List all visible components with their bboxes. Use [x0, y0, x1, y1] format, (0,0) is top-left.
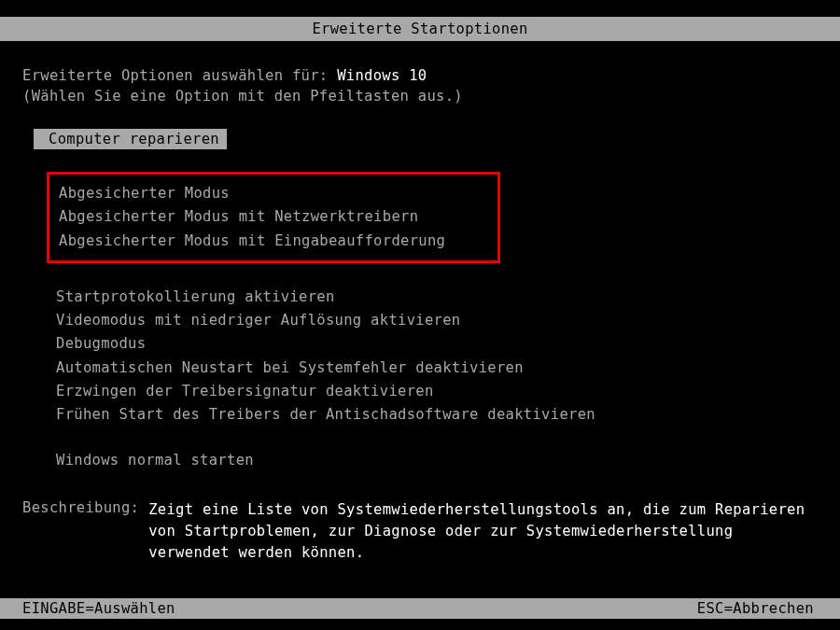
advanced-options-group: Startprotokollierung aktivieren Videomod…	[56, 286, 818, 427]
option-boot-logging[interactable]: Startprotokollierung aktivieren	[56, 286, 818, 309]
description-label: Beschreibung:	[22, 499, 139, 516]
content-area: Erweiterte Optionen auswählen für: Windo…	[0, 41, 840, 564]
page-title: Erweiterte Startoptionen	[312, 21, 527, 37]
intro-line: Erweiterte Optionen auswählen für: Windo…	[22, 67, 818, 84]
option-safe-mode-networking[interactable]: Abgesicherter Modus mit Netzwerktreibern	[59, 205, 488, 229]
description-block: Beschreibung: Zeigt eine Liste von Syste…	[22, 499, 818, 565]
option-disable-antimalware[interactable]: Frühen Start des Treibers der Antischads…	[56, 403, 818, 427]
hint-line: (Wählen Sie eine Option mit den Pfeiltas…	[22, 88, 818, 105]
option-safe-mode[interactable]: Abgesicherter Modus	[59, 182, 488, 205]
option-low-res-video[interactable]: Videomodus mit niedriger Auflösung aktiv…	[56, 309, 818, 332]
selected-option-repair[interactable]: Computer reparieren	[34, 129, 227, 149]
footer-esc-hint: ESC=Abbrechen	[697, 600, 814, 617]
footer-enter-hint: EINGABE=Auswählen	[22, 600, 175, 617]
description-text: Zeigt eine Liste von Systemwiederherstel…	[148, 499, 818, 565]
footer-bar: EINGABE=Auswählen ESC=Abbrechen	[0, 598, 840, 619]
os-name: Windows 10	[337, 67, 427, 84]
option-start-normally[interactable]: Windows normal starten	[56, 449, 818, 472]
title-bar: Erweiterte Startoptionen	[0, 17, 840, 41]
option-disable-driver-sig[interactable]: Erzwingen der Treibersignatur deaktivier…	[56, 380, 818, 403]
option-safe-mode-command[interactable]: Abgesicherter Modus mit Eingabeaufforder…	[59, 230, 488, 253]
option-debug-mode[interactable]: Debugmodus	[56, 332, 818, 356]
intro-prefix: Erweiterte Optionen auswählen für:	[22, 67, 337, 84]
safe-mode-group-highlight: Abgesicherter Modus Abgesicherter Modus …	[47, 172, 500, 263]
option-disable-auto-restart[interactable]: Automatischen Neustart bei Systemfehler …	[56, 357, 818, 380]
